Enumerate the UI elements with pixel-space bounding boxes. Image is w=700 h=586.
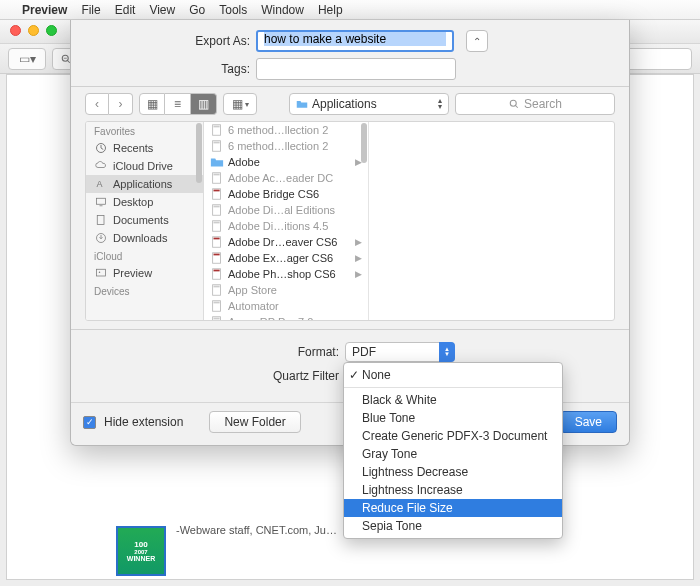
app-menu[interactable]: Preview xyxy=(22,3,67,17)
sidebar-item-downloads[interactable]: Downloads xyxy=(86,229,203,247)
svg-rect-16 xyxy=(97,198,106,204)
export-as-field[interactable] xyxy=(256,30,454,52)
svg-rect-29 xyxy=(214,190,220,192)
svg-line-14 xyxy=(515,106,517,108)
menu-tools[interactable]: Tools xyxy=(219,3,247,17)
quartz-filter-label: Quartz Filter xyxy=(85,369,345,383)
browser-search-placeholder: Search xyxy=(524,97,562,111)
tags-label: Tags: xyxy=(85,62,250,76)
svg-rect-35 xyxy=(214,238,220,240)
collapse-button[interactable]: ⌃ xyxy=(466,30,488,52)
quartz-filter-menu[interactable]: NoneBlack & WhiteBlue ToneCreate Generic… xyxy=(343,362,563,539)
file-row[interactable]: Adobe Dr…eaver CS6▶ xyxy=(204,234,368,250)
quartz-option[interactable]: Sepia Tone xyxy=(344,517,562,535)
zoom-button[interactable] xyxy=(46,25,57,36)
sidebar-item-applications[interactable]: AApplications xyxy=(86,175,203,193)
traffic-lights xyxy=(10,25,57,36)
menu-go[interactable]: Go xyxy=(189,3,205,17)
quartz-option[interactable]: Black & White xyxy=(344,391,562,409)
sidebar-item-icloud-drive[interactable]: iCloud Drive xyxy=(86,157,203,175)
menu-edit[interactable]: Edit xyxy=(115,3,136,17)
svg-rect-25 xyxy=(214,142,220,144)
app-window: how to make a website.pdf (page 2 of 64)… xyxy=(0,20,700,586)
list-view-button[interactable]: ≡ xyxy=(165,93,191,115)
search-icon xyxy=(508,98,520,110)
group-by-button[interactable]: ▦▾ xyxy=(223,93,257,115)
svg-point-21 xyxy=(99,272,101,274)
quartz-option[interactable]: Gray Tone xyxy=(344,445,562,463)
svg-rect-41 xyxy=(214,286,220,288)
quartz-option[interactable]: Blue Tone xyxy=(344,409,562,427)
icon-view-button[interactable]: ▦ xyxy=(139,93,165,115)
preview-column xyxy=(369,122,614,320)
devices-heading: Devices xyxy=(86,282,203,299)
minimize-button[interactable] xyxy=(28,25,39,36)
badge-winner: WINNER xyxy=(127,555,155,562)
sidebar-item-desktop[interactable]: Desktop xyxy=(86,193,203,211)
browser-toolbar: ‹ › ▦ ≡ ▥ ▦▾ Applications ▴▾ Search xyxy=(85,93,615,115)
menu-file[interactable]: File xyxy=(81,3,100,17)
svg-rect-20 xyxy=(97,269,106,276)
close-button[interactable] xyxy=(10,25,21,36)
svg-text:A: A xyxy=(97,179,103,189)
svg-point-13 xyxy=(510,100,516,106)
svg-rect-37 xyxy=(214,254,220,256)
location-popup[interactable]: Applications ▴▾ xyxy=(289,93,449,115)
svg-rect-31 xyxy=(214,206,220,208)
file-row: 6 method…llection 2 xyxy=(204,138,368,154)
select-arrows-icon: ▲▼ xyxy=(439,342,455,362)
quartz-option[interactable]: None xyxy=(344,366,562,384)
column-view-button[interactable]: ▥ xyxy=(191,93,217,115)
hide-extension-label: Hide extension xyxy=(104,415,183,429)
file-browser: Favorites RecentsiCloud DriveAApplicatio… xyxy=(85,121,615,321)
file-row: Axure RP Pro 7.0 xyxy=(204,314,368,320)
favorites-heading: Favorites xyxy=(86,122,203,139)
file-row[interactable]: Adobe Bridge CS6 xyxy=(204,186,368,202)
format-value: PDF xyxy=(352,345,376,359)
sidebar-toggle-button[interactable]: ▭▾ xyxy=(8,48,46,70)
badge-number: 100 xyxy=(134,540,147,549)
file-row: App Store xyxy=(204,282,368,298)
hide-extension-checkbox[interactable]: ✓ xyxy=(83,416,96,429)
sidebar-scrollbar[interactable] xyxy=(196,123,202,183)
file-row: Adobe Di…al Editions xyxy=(204,202,368,218)
format-label: Format: xyxy=(85,345,345,359)
svg-rect-23 xyxy=(214,126,220,128)
svg-rect-43 xyxy=(214,302,220,304)
location-label: Applications xyxy=(312,97,377,111)
quartz-option[interactable]: Create Generic PDFX-3 Document xyxy=(344,427,562,445)
menubar: Preview File Edit View Go Tools Window H… xyxy=(0,0,700,20)
icloud-heading: iCloud xyxy=(86,247,203,264)
export-as-input[interactable] xyxy=(264,32,446,46)
svg-rect-18 xyxy=(97,216,104,225)
save-button[interactable]: Save xyxy=(560,411,617,433)
file-row[interactable]: Adobe Ph…shop CS6▶ xyxy=(204,266,368,282)
format-select[interactable]: PDF ▲▼ xyxy=(345,342,455,362)
svg-rect-27 xyxy=(214,174,220,176)
quartz-option[interactable]: Reduce File Size xyxy=(344,499,562,517)
file-row: Adobe Ac…eader DC xyxy=(204,170,368,186)
sidebar-item-preview[interactable]: Preview xyxy=(86,264,203,282)
file-row[interactable]: Adobe▶ xyxy=(204,154,368,170)
file-row[interactable]: Adobe Ex…ager CS6▶ xyxy=(204,250,368,266)
menu-window[interactable]: Window xyxy=(261,3,304,17)
svg-rect-33 xyxy=(214,222,220,224)
column-scrollbar[interactable] xyxy=(361,123,367,163)
forward-button[interactable]: › xyxy=(109,93,133,115)
sidebar-item-documents[interactable]: Documents xyxy=(86,211,203,229)
quartz-option[interactable]: Lightness Decrease xyxy=(344,463,562,481)
browser-search[interactable]: Search xyxy=(455,93,615,115)
sidebar-item-recents[interactable]: Recents xyxy=(86,139,203,157)
new-folder-button[interactable]: New Folder xyxy=(209,411,300,433)
background-caption: -Webware staff, CNET.com, Ju… xyxy=(176,524,337,536)
chevron-up-icon: ⌃ xyxy=(473,36,481,47)
tags-field[interactable] xyxy=(256,58,456,80)
menu-help[interactable]: Help xyxy=(318,3,343,17)
back-button[interactable]: ‹ xyxy=(85,93,109,115)
quartz-option[interactable]: Lightness Increase xyxy=(344,481,562,499)
menu-view[interactable]: View xyxy=(149,3,175,17)
file-row: Adobe Di…itions 4.5 xyxy=(204,218,368,234)
updown-caret-icon: ▴▾ xyxy=(438,98,442,110)
file-row: Automator xyxy=(204,298,368,314)
export-as-label: Export As: xyxy=(85,34,250,48)
